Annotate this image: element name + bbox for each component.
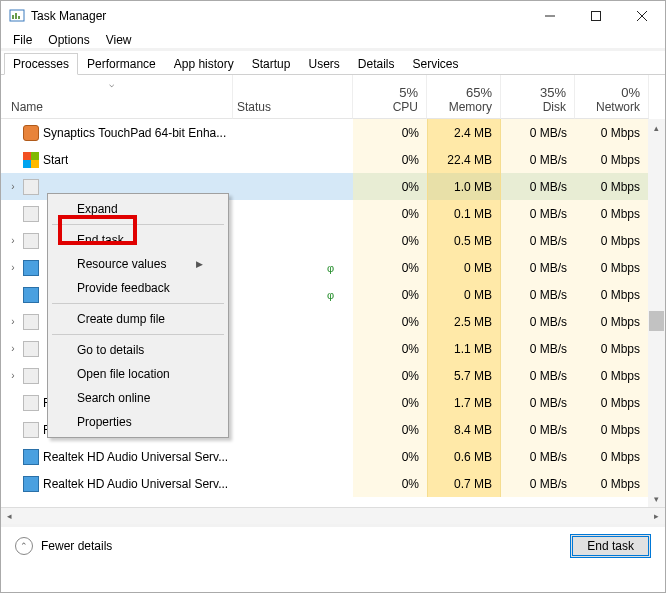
process-icon [23, 449, 39, 465]
cpu-cell: 0% [353, 146, 427, 173]
maximize-button[interactable] [573, 1, 619, 31]
svg-rect-5 [592, 12, 601, 21]
process-icon [23, 476, 39, 492]
tab-bar: Processes Performance App history Startu… [1, 53, 665, 75]
expand-chevron-icon[interactable]: › [7, 181, 19, 192]
col-name[interactable]: Name ⌵ [1, 75, 233, 119]
expand-chevron-icon[interactable]: › [7, 235, 19, 246]
ctx-search-online[interactable]: Search online [51, 386, 225, 410]
ctx-resource-values[interactable]: Resource values ▶ [51, 252, 225, 276]
ctx-feedback[interactable]: Provide feedback [51, 276, 225, 300]
col-network[interactable]: 0% Network [575, 75, 649, 119]
network-pct: 0% [621, 85, 640, 100]
separator [52, 334, 224, 335]
disk-cell: 0 MB/s [501, 227, 575, 254]
process-icon [23, 314, 39, 330]
window-title: Task Manager [31, 9, 527, 23]
horizontal-scrollbar[interactable]: ◂ ▸ [1, 507, 665, 524]
ctx-expand[interactable]: Expand [51, 197, 225, 221]
tab-users[interactable]: Users [299, 53, 348, 75]
column-headers: Name ⌵ Status 5% CPU 65% Memory 35% Disk… [1, 75, 665, 119]
network-cell: 0 Mbps [575, 443, 649, 470]
disk-cell: 0 MB/s [501, 308, 575, 335]
process-name: Start [43, 153, 68, 167]
tab-details[interactable]: Details [349, 53, 404, 75]
tab-processes[interactable]: Processes [4, 53, 78, 75]
process-icon [23, 206, 39, 222]
table-row[interactable]: Realtek HD Audio Universal Serv... 0% 0.… [1, 470, 665, 497]
table-row[interactable]: Synaptics TouchPad 64-bit Enha... 0% 2.4… [1, 119, 665, 146]
ctx-end-task[interactable]: End task [51, 228, 225, 252]
collapse-icon: ⌃ [15, 537, 33, 555]
col-memory[interactable]: 65% Memory [427, 75, 501, 119]
memory-label: Memory [449, 100, 492, 114]
vertical-scrollbar[interactable]: ▴ ▾ [648, 119, 665, 507]
network-cell: 0 Mbps [575, 119, 649, 146]
process-icon [23, 125, 39, 141]
tab-app-history[interactable]: App history [165, 53, 243, 75]
separator [52, 303, 224, 304]
tab-services[interactable]: Services [404, 53, 468, 75]
cpu-cell: 0% [353, 173, 427, 200]
process-icon [23, 395, 39, 411]
fewer-details-button[interactable]: ⌃ Fewer details [15, 537, 112, 555]
table-row[interactable]: Realtek HD Audio Universal Serv... 0% 0.… [1, 443, 665, 470]
process-icon [23, 422, 39, 438]
process-name: Realtek HD Audio Universal Serv... [43, 477, 228, 491]
disk-label: Disk [543, 100, 566, 114]
scroll-right-icon[interactable]: ▸ [648, 511, 665, 521]
cpu-cell: 0% [353, 227, 427, 254]
scroll-down-icon[interactable]: ▾ [648, 490, 665, 507]
memory-pct: 65% [466, 85, 492, 100]
cpu-cell: 0% [353, 308, 427, 335]
col-cpu[interactable]: 5% CPU [353, 75, 427, 119]
memory-cell: 2.5 MB [427, 308, 501, 335]
menu-file[interactable]: File [7, 31, 38, 49]
cpu-label: CPU [393, 100, 418, 114]
ctx-create-dump[interactable]: Create dump file [51, 307, 225, 331]
expand-chevron-icon[interactable]: › [7, 370, 19, 381]
col-disk[interactable]: 35% Disk [501, 75, 575, 119]
menu-view[interactable]: View [100, 31, 138, 49]
disk-cell: 0 MB/s [501, 200, 575, 227]
network-cell: 0 Mbps [575, 470, 649, 497]
scroll-thumb[interactable] [649, 311, 664, 331]
col-status[interactable]: Status [233, 75, 353, 119]
cpu-cell: 0% [353, 362, 427, 389]
ctx-properties[interactable]: Properties [51, 410, 225, 434]
disk-cell: 0 MB/s [501, 173, 575, 200]
svg-rect-2 [15, 13, 17, 19]
process-icon [23, 260, 39, 276]
menu-bar: File Options View [1, 31, 665, 51]
menu-options[interactable]: Options [42, 31, 95, 49]
end-task-button[interactable]: End task [570, 534, 651, 558]
memory-cell: 0 MB [427, 281, 501, 308]
ctx-go-details[interactable]: Go to details [51, 338, 225, 362]
footer: ⌃ Fewer details End task [1, 524, 665, 564]
disk-cell: 0 MB/s [501, 335, 575, 362]
memory-cell: 0.1 MB [427, 200, 501, 227]
tab-performance[interactable]: Performance [78, 53, 165, 75]
minimize-button[interactable] [527, 1, 573, 31]
table-row[interactable]: Start 0% 22.4 MB 0 MB/s 0 Mbps [1, 146, 665, 173]
expand-chevron-icon[interactable]: › [7, 343, 19, 354]
tab-startup[interactable]: Startup [243, 53, 300, 75]
cpu-cell: 0% [353, 443, 427, 470]
process-icon [23, 179, 39, 195]
disk-cell: 0 MB/s [501, 389, 575, 416]
disk-cell: 0 MB/s [501, 254, 575, 281]
cpu-cell: 0% [353, 416, 427, 443]
disk-cell: 0 MB/s [501, 281, 575, 308]
scroll-left-icon[interactable]: ◂ [1, 511, 18, 521]
process-icon [23, 341, 39, 357]
process-icon [23, 152, 39, 168]
expand-chevron-icon[interactable]: › [7, 262, 19, 273]
ctx-open-location[interactable]: Open file location [51, 362, 225, 386]
close-button[interactable] [619, 1, 665, 31]
leaf-icon: φ [327, 262, 334, 274]
expand-chevron-icon[interactable]: › [7, 316, 19, 327]
app-icon [9, 8, 25, 24]
network-cell: 0 Mbps [575, 200, 649, 227]
scroll-up-icon[interactable]: ▴ [648, 119, 665, 136]
cpu-cell: 0% [353, 119, 427, 146]
